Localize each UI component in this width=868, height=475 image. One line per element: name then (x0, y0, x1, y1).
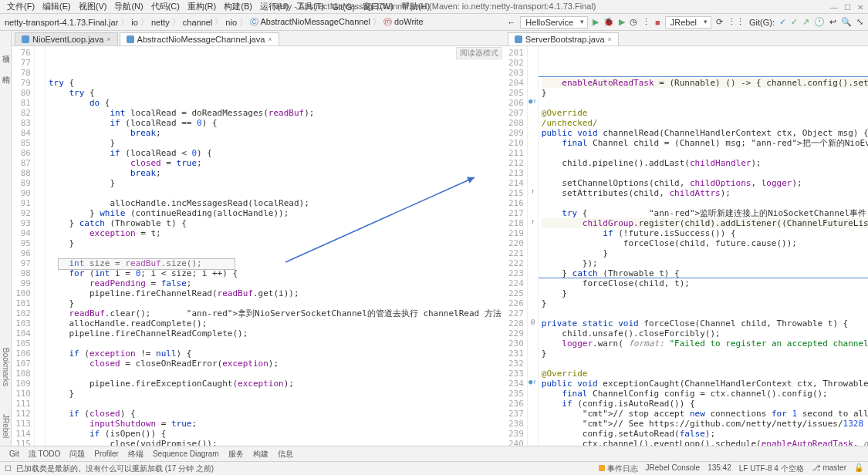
status-caret-pos[interactable]: 135:42 (708, 463, 731, 474)
git-rollback-icon[interactable]: ↩ (829, 17, 836, 27)
breadcrumb-item[interactable]: netty (151, 18, 170, 27)
status-message: 已加载类是最新的。没有什么可以重新加载 (17 分钟 之前) (16, 463, 214, 474)
breadcrumb: netty-transport-4.1.73.Final.jar〉io〉nett… (5, 16, 424, 28)
bottom-tool-button[interactable]: 问题 (65, 449, 90, 460)
stop-icon[interactable]: ■ (655, 18, 660, 27)
menu-item[interactable]: 窗口(W) (359, 1, 397, 12)
menu-item[interactable]: 工具(T) (292, 1, 328, 12)
menu-item[interactable]: 视图(V) (75, 1, 111, 12)
menu-bar: 文件(F)编辑(E)视图(V)导航(N)代码(C)重构(R)构建(B)运行(U)… (0, 0, 868, 14)
code-editor-right[interactable]: 2012022032042052062072082092102112122132… (505, 46, 868, 446)
close-tab-icon[interactable]: × (106, 35, 110, 43)
bottom-tool-button[interactable]: 信息 (273, 449, 298, 460)
jrebel-select[interactable]: JRebel (665, 16, 711, 29)
menu-item[interactable]: 构建(B) (220, 1, 256, 12)
more-icon[interactable]: ⋮⋮ (728, 17, 745, 27)
menu-item[interactable]: Git(G) (328, 2, 359, 12)
tool-bookmarks[interactable]: Bookmarks (2, 348, 10, 386)
close-icon[interactable]: ✕ (857, 3, 863, 12)
git-push-icon[interactable]: ↗ (802, 17, 809, 27)
breadcrumb-item[interactable]: ⓜ doWrite (383, 16, 424, 28)
bottom-tool-button[interactable]: 流 TODO (24, 449, 65, 460)
close-tab-icon[interactable]: × (268, 35, 272, 43)
menu-item[interactable]: 文件(F) (3, 1, 39, 12)
menu-item[interactable]: 代码(C) (147, 1, 184, 12)
menu-item[interactable]: 运行(U) (256, 1, 292, 12)
navigation-toolbar: netty-transport-4.1.73.Final.jar〉io〉nett… (0, 14, 868, 31)
close-tab-icon[interactable]: × (608, 35, 612, 43)
bottom-tool-button[interactable]: Sequence Diagram (148, 450, 224, 458)
attach-icon[interactable]: ⋮ (642, 17, 650, 27)
breadcrumb-item[interactable]: netty-transport-4.1.73.Final.jar (5, 18, 118, 27)
menu-item[interactable]: 导航(N) (110, 1, 147, 12)
code-editor-left[interactable]: 7677787980818283848586878889909192939495… (12, 46, 505, 446)
maximize-icon[interactable]: ☐ (844, 3, 851, 12)
run-config-select[interactable]: HelloService (520, 16, 588, 29)
bottom-tool-button[interactable]: 构建 (248, 449, 273, 460)
left-tool-stripe: 项目 结构 Bookmarks JRebel (0, 31, 12, 446)
editor-tab[interactable]: ServerBootstrap.java× (508, 32, 619, 45)
run-icon[interactable]: ▶ (593, 17, 599, 27)
status-bar: ☐ 已加载类是最新的。没有什么可以重新加载 (17 分钟 之前) 事件日志 JR… (0, 461, 868, 475)
status-jrebel[interactable]: JRebel Console (646, 463, 701, 474)
debug-icon[interactable]: 🐞 (603, 17, 614, 27)
editor-tab[interactable]: NioEventLoop.java× (15, 32, 118, 45)
status-lock-icon[interactable]: 🔓 (854, 463, 863, 474)
tool-jrebel[interactable]: JRebel (2, 414, 10, 438)
reload-icon[interactable]: ⟳ (716, 17, 723, 27)
menu-item[interactable]: 重构(R) (184, 1, 220, 12)
breadcrumb-item[interactable]: io (131, 18, 138, 27)
status-git-branch[interactable]: ⎇ master (812, 463, 846, 474)
bottom-tool-button[interactable]: 终端 (123, 449, 148, 460)
menu-item[interactable]: 帮助(H) (397, 1, 434, 12)
expand-icon[interactable]: ⤡ (856, 17, 863, 27)
minimize-icon[interactable]: — (830, 3, 838, 12)
breadcrumb-item[interactable]: Ⓒ AbstractNioMessageChannel (250, 16, 370, 28)
editor-tab[interactable]: AbstractNioMessageChannel.java× (120, 32, 279, 45)
window-controls: — ☐ ✕ (830, 3, 863, 12)
breadcrumb-item[interactable]: channel (183, 18, 213, 27)
bottom-tool-button[interactable]: Profiler (90, 450, 123, 458)
editor-tabs-left: NioEventLoop.java×AbstractNioMessageChan… (12, 31, 505, 46)
status-event-log[interactable]: 事件日志 (599, 463, 638, 474)
status-encoding[interactable]: LF UTF-8 4 个空格 (739, 463, 804, 474)
profile-icon[interactable]: ◷ (630, 17, 637, 27)
coverage-icon[interactable]: ▶ (619, 17, 625, 27)
git-commit-icon[interactable]: ✓ (791, 17, 798, 27)
git-update-icon[interactable]: ✓ (779, 17, 786, 27)
search-icon[interactable]: 🔍 (841, 17, 852, 27)
back-icon[interactable]: ← (507, 18, 515, 27)
editor-tabs-right: ServerBootstrap.java× (505, 31, 868, 46)
reader-mode-chip[interactable]: 阅读器模式 (456, 47, 502, 59)
breadcrumb-item[interactable]: nio (225, 18, 237, 27)
menu-item[interactable]: 编辑(E) (39, 1, 75, 12)
bottom-tool-button[interactable]: 服务 (224, 449, 248, 460)
bottom-tool-stripe: Git流 TODO问题Profiler终端Sequence Diagram服务构… (0, 446, 868, 461)
git-history-icon[interactable]: 🕐 (814, 17, 825, 27)
status-icon[interactable]: ☐ (5, 464, 12, 473)
git-label: Git(G): (749, 18, 775, 27)
bottom-tool-button[interactable]: Git (5, 450, 24, 458)
